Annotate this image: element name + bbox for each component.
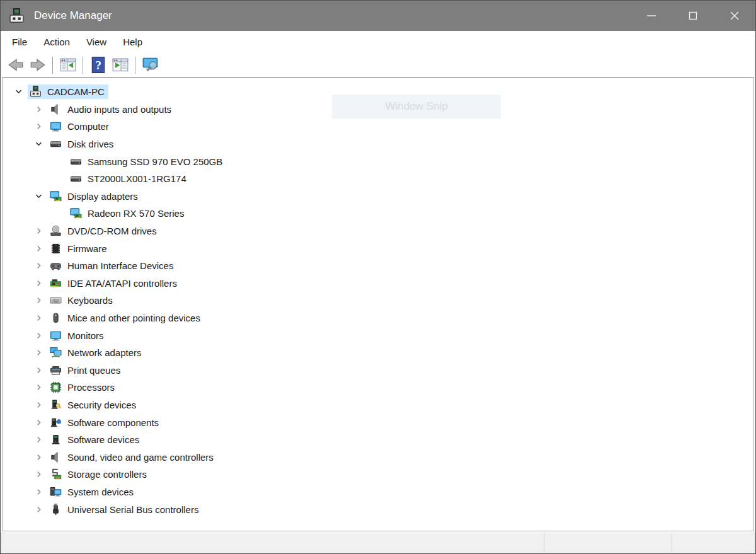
menu-item-help[interactable]: Help [115, 32, 151, 52]
chevron-right-icon[interactable] [29, 344, 48, 362]
tree-item-monitors[interactable]: Monitors [3, 326, 753, 344]
menu-item-file[interactable]: File [4, 32, 35, 52]
tree-item-display-adapters[interactable]: Display adapters [3, 188, 753, 205]
tree-item-label: IDE ATA/ATAPI controllers [67, 278, 177, 289]
chevron-right-icon[interactable] [29, 362, 48, 379]
tree-item-firmware[interactable]: Firmware [3, 239, 753, 257]
tree-item-computer[interactable]: Computer [3, 118, 753, 136]
chevron-right-icon[interactable] [29, 448, 48, 466]
chevron-right-icon[interactable] [29, 379, 48, 396]
speaker-icon [50, 451, 62, 463]
tree-item-body: Display adapters [48, 189, 142, 204]
maximize-button[interactable] [672, 1, 714, 31]
tree-item-label: Universal Serial Bus controllers [67, 504, 198, 515]
chevron-right-icon[interactable] [29, 431, 48, 449]
chevron-down-icon[interactable] [9, 83, 28, 101]
chevron-right-icon[interactable] [29, 239, 48, 257]
minimize-icon [646, 10, 657, 21]
chevron-right-icon[interactable] [29, 483, 48, 501]
tree-item-radeon-rx-570-series[interactable]: Radeon RX 570 Series [3, 205, 753, 222]
tree-item-samsung-ssd-970-evo-250gb[interactable]: Samsung SSD 970 EVO 250GB [3, 153, 753, 170]
minimize-button[interactable] [631, 1, 672, 31]
chevron-down-icon[interactable] [29, 188, 48, 205]
forward-button[interactable] [26, 54, 49, 76]
menu-item-action[interactable]: Action [35, 32, 78, 52]
scan-hardware-button[interactable] [139, 54, 161, 76]
close-button[interactable] [714, 1, 755, 31]
status-bar [1, 531, 755, 553]
tree-item-audio-inputs-and-outputs[interactable]: Audio inputs and outputs [3, 101, 753, 118]
tree-item-body: IDE ATA/ATAPI controllers [48, 276, 181, 291]
menu-item-view[interactable]: View [78, 32, 115, 52]
tree-item-body: Disk drives [48, 137, 117, 151]
tree-item-software-components[interactable]: Software components [3, 413, 753, 431]
tree-item-mice-and-other-pointing-devices[interactable]: Mice and other pointing devices [3, 309, 753, 327]
chevron-right-icon[interactable] [29, 309, 48, 327]
tree-item-body: Human Interface Devices [48, 258, 177, 273]
tree-item-body: Storage controllers [48, 467, 151, 482]
close-icon [729, 10, 740, 21]
chevron-right-icon[interactable] [29, 292, 48, 309]
tree-item-body: Firmware [48, 241, 111, 256]
tree-item-label: Sound, video and game controllers [67, 452, 214, 463]
tree-item-body: Software components [48, 415, 163, 430]
back-button[interactable] [4, 54, 26, 76]
tree-item-cadcam-pc[interactable]: CADCAM-PC [3, 83, 753, 101]
tree-item-processors[interactable]: Processors [3, 379, 753, 396]
tree-item-dvd-cd-rom-drives[interactable]: DVD/CD-ROM drives [3, 222, 753, 240]
tree-item-body: Sound, video and game controllers [48, 450, 217, 465]
tree-item-universal-serial-bus-controllers[interactable]: Universal Serial Bus controllers [3, 500, 753, 518]
chevron-right-icon[interactable] [29, 500, 48, 518]
chevron-right-icon[interactable] [29, 275, 48, 292]
tree-item-body: Radeon RX 570 Series [68, 206, 188, 221]
hid-icon [50, 260, 62, 272]
disk-icon [70, 156, 82, 168]
tree-item-label: Display adapters [67, 191, 138, 202]
device-tree: CADCAM-PCAudio inputs and outputsCompute… [3, 78, 753, 518]
chevron-right-icon[interactable] [29, 466, 48, 483]
display-adapter-icon [50, 190, 62, 202]
tree-item-security-devices[interactable]: Security devices [3, 396, 753, 414]
toolbar: ? [1, 52, 755, 78]
chevron-down-icon[interactable] [29, 136, 48, 153]
window-title: Device Manager [34, 9, 112, 22]
chevron-right-icon[interactable] [29, 118, 48, 136]
tree-item-label: DVD/CD-ROM drives [67, 226, 157, 236]
speaker-icon [50, 103, 62, 115]
statusbar-segment-2 [544, 533, 672, 553]
monitor-icon [50, 330, 62, 342]
tree-item-storage-controllers[interactable]: Storage controllers [3, 466, 753, 483]
tree-item-disk-drives[interactable]: Disk drives [3, 136, 753, 153]
chevron-right-icon[interactable] [29, 101, 48, 118]
tree-item-label: Computer [67, 121, 109, 132]
tree-item-system-devices[interactable]: System devices [3, 483, 753, 501]
chevron-right-icon[interactable] [29, 413, 48, 431]
console-tree-button[interactable] [57, 54, 79, 76]
tree-item-label: Print queues [67, 365, 120, 376]
tree-item-label: Monitors [67, 330, 104, 341]
security-icon [50, 399, 62, 411]
help-button[interactable]: ? [87, 54, 109, 76]
tree-item-software-devices[interactable]: Software devices [3, 431, 753, 449]
chevron-right-icon[interactable] [29, 222, 48, 240]
titlebar: Device Manager [1, 1, 755, 31]
tree-item-sound-video-and-game-controllers[interactable]: Sound, video and game controllers [3, 448, 753, 466]
tree-item-keyboards[interactable]: Keyboards [3, 292, 753, 309]
toolbar-separator [52, 57, 53, 74]
tree-item-label: Processors [67, 382, 115, 393]
tree-item-ide-ata-atapi-controllers[interactable]: IDE ATA/ATAPI controllers [3, 275, 753, 292]
chevron-right-icon[interactable] [29, 326, 48, 344]
tree-item-network-adapters[interactable]: Network adapters [3, 344, 753, 362]
firmware-icon [50, 243, 62, 255]
action-pane-button[interactable] [109, 54, 131, 76]
tree-item-st2000lx001-1rg174[interactable]: ST2000LX001-1RG174 [3, 170, 753, 188]
tree-item-print-queues[interactable]: Print queues [3, 362, 753, 379]
mouse-icon [50, 312, 62, 324]
chevron-right-icon[interactable] [29, 396, 48, 414]
tree-item-body: Audio inputs and outputs [48, 102, 175, 117]
chevron-right-icon[interactable] [29, 257, 48, 275]
tree-item-label: Disk drives [67, 139, 113, 149]
window-controls [631, 1, 755, 31]
tree-item-human-interface-devices[interactable]: Human Interface Devices [3, 257, 753, 275]
tree-item-label: Firmware [67, 243, 107, 254]
